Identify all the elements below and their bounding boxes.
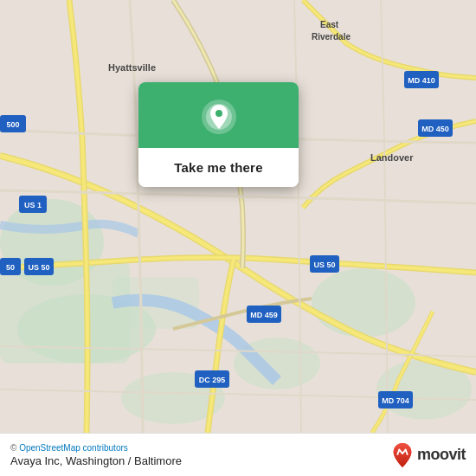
svg-text:DC 295: DC 295 <box>199 376 226 384</box>
svg-text:500: 500 <box>6 120 19 129</box>
osm-prefix: © <box>10 443 19 453</box>
popup-card: Take me there <box>138 82 299 187</box>
svg-point-4 <box>312 268 415 338</box>
popup-green-area <box>138 82 299 148</box>
moovit-logo: moovit <box>391 442 466 468</box>
svg-text:US 1: US 1 <box>24 201 42 209</box>
svg-text:East: East <box>320 20 339 29</box>
location-pin-icon <box>200 98 238 136</box>
svg-text:MD 450: MD 450 <box>421 125 449 133</box>
svg-text:Riverdale: Riverdale <box>312 32 351 42</box>
svg-text:Landover: Landover <box>370 152 414 163</box>
map-background: US 1 US 50 US 50 MD 410 MD 450 DC 295 MD… <box>0 0 476 433</box>
svg-text:50: 50 <box>6 263 15 272</box>
moovit-logo-text: moovit <box>417 446 466 464</box>
footer-left: © OpenStreetMap contributors Avaya Inc, … <box>10 443 182 467</box>
svg-point-36 <box>215 110 222 117</box>
svg-text:MD 704: MD 704 <box>382 396 409 405</box>
svg-text:MD 410: MD 410 <box>408 76 435 85</box>
map-container: US 1 US 50 US 50 MD 410 MD 450 DC 295 MD… <box>0 0 476 433</box>
osm-link[interactable]: OpenStreetMap contributors <box>19 443 128 453</box>
location-label: Avaya Inc, Washington / Baltimore <box>10 454 182 467</box>
take-me-there-button[interactable]: Take me there <box>138 148 299 187</box>
svg-text:Hyattsville: Hyattsville <box>108 62 156 73</box>
svg-text:MD 459: MD 459 <box>250 311 278 319</box>
footer-bar: © OpenStreetMap contributors Avaya Inc, … <box>0 433 476 476</box>
svg-text:US 50: US 50 <box>313 261 335 269</box>
moovit-pin-icon <box>391 442 414 468</box>
svg-text:US 50: US 50 <box>28 263 49 272</box>
osm-credit: © OpenStreetMap contributors <box>10 443 182 453</box>
